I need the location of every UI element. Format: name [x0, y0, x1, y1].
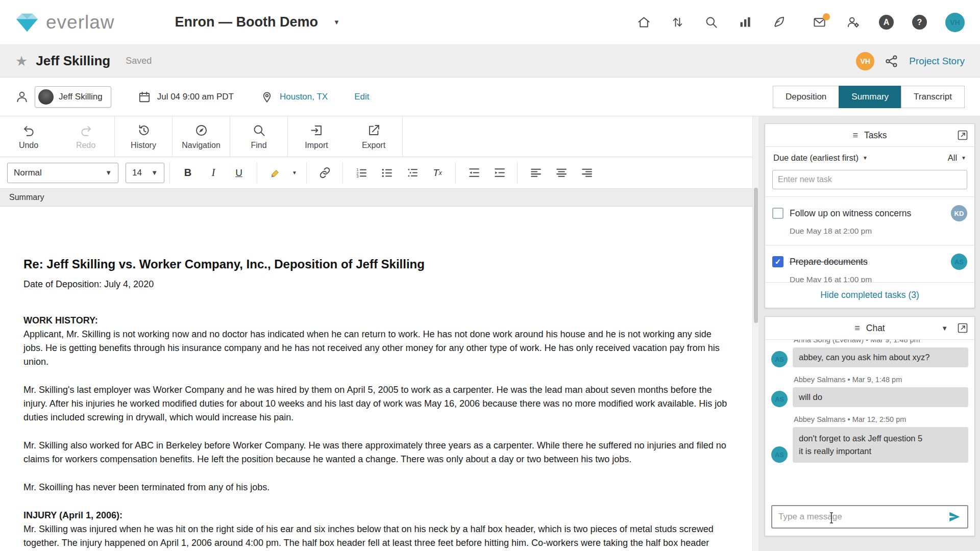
divider — [342, 162, 343, 184]
task-filter-dropdown[interactable]: All ▼ — [948, 153, 966, 163]
deposition-info-bar: Jeff Skilling Jul 04 9:00 am PDT Houston… — [0, 78, 980, 116]
drag-handle-icon[interactable]: ≡ — [854, 323, 860, 334]
multilevel-list-button[interactable] — [399, 161, 425, 185]
indent-button[interactable] — [486, 161, 512, 185]
view-tabs: Deposition Summary Transcript — [773, 86, 965, 108]
find-button[interactable]: Find — [230, 116, 287, 157]
send-icon[interactable] — [948, 510, 961, 523]
vertical-scrollbar[interactable] — [752, 116, 758, 551]
section-heading: WORK HISTORY: — [23, 314, 729, 328]
assignee-avatar: KD — [951, 205, 967, 221]
a-badge-icon[interactable]: A — [879, 15, 894, 30]
underline-button[interactable]: U — [226, 161, 252, 185]
user-avatar[interactable]: VH — [945, 13, 965, 32]
paragraph-style-select[interactable]: Normal ▼ — [7, 163, 118, 183]
new-task-input[interactable] — [772, 170, 967, 189]
task-item[interactable]: Follow up on witness concerns KD Due May… — [765, 197, 974, 245]
document-title: Re: Jeff Skilling vs. Worker Company, In… — [23, 255, 729, 273]
analytics-icon[interactable] — [737, 15, 752, 30]
project-selector[interactable]: Enron — Booth Demo ▼ — [175, 14, 340, 30]
transfer-icon[interactable] — [670, 15, 685, 30]
export-button[interactable]: Export — [345, 116, 402, 157]
chat-message-list[interactable]: Anna Song (Everlaw) • Mar 9, 1:48 pm AS … — [765, 340, 974, 499]
collapse-caret-icon[interactable]: ▼ — [941, 325, 948, 332]
task-due-date: Due May 18 at 2:00 pm — [790, 227, 967, 236]
chat-message: AS don't forget to ask Jeff question 5 i… — [771, 427, 968, 463]
bold-button[interactable]: B — [175, 161, 201, 185]
document-paragraph: Mr. Skoilling has never been terminated … — [23, 481, 729, 494]
italic-button[interactable]: I — [201, 161, 226, 185]
text-cursor — [828, 512, 835, 524]
storybuilder-pen-icon[interactable] — [771, 15, 786, 30]
task-item[interactable]: ✓ Prepare documents AS Due May 16 at 1:0… — [765, 245, 974, 282]
summary-document[interactable]: Re: Jeff Skilling vs. Worker Company, In… — [0, 207, 752, 551]
edit-link[interactable]: Edit — [354, 92, 369, 102]
tab-transcript[interactable]: Transcript — [901, 86, 965, 108]
history-button[interactable]: History — [115, 116, 172, 157]
home-icon[interactable] — [636, 15, 651, 30]
task-due-date: Due May 16 at 1:00 pm — [790, 275, 967, 282]
divider — [169, 162, 170, 184]
undo-button[interactable]: Undo — [0, 116, 57, 157]
expand-icon[interactable] — [955, 128, 970, 143]
scrollbar-thumb[interactable] — [754, 188, 758, 323]
messages-icon[interactable] — [812, 15, 827, 30]
summary-editor: Undo Redo History Navigation Find — [0, 116, 752, 551]
help-icon[interactable]: ? — [912, 15, 927, 30]
task-checkbox[interactable]: ✓ — [772, 256, 783, 267]
chevron-down-icon: ▼ — [105, 169, 112, 176]
panel-title: Chat — [866, 323, 885, 334]
calendar-icon — [138, 90, 151, 104]
chevron-down-icon: ▼ — [333, 19, 340, 26]
sender-avatar: AS — [771, 446, 788, 463]
deposition-title-bar: ★ Jeff Skilling Saved VH Project Story — [0, 45, 980, 78]
align-left-button[interactable] — [523, 161, 548, 185]
align-right-button[interactable] — [574, 161, 599, 185]
expand-icon[interactable] — [955, 320, 970, 336]
align-center-button[interactable] — [548, 161, 574, 185]
chat-input[interactable] — [771, 505, 968, 529]
deposition-datetime: Jul 04 9:00 am PDT — [157, 92, 234, 102]
task-list: Follow up on witness concerns KD Due May… — [765, 196, 974, 282]
tasks-panel-header[interactable]: ≡ Tasks — [765, 124, 974, 147]
editor-tab-summary[interactable]: Summary — [0, 189, 752, 207]
highlight-button[interactable] — [262, 161, 288, 185]
import-button[interactable]: Import — [288, 116, 345, 157]
everlaw-logo[interactable]: everlaw — [15, 12, 115, 33]
sender-avatar: AS — [771, 351, 788, 367]
editor-nav-toolbar: Undo Redo History Navigation Find — [0, 116, 752, 157]
tab-summary[interactable]: Summary — [839, 86, 901, 108]
user-admin-icon[interactable] — [845, 15, 861, 30]
chat-message-field[interactable] — [778, 512, 944, 522]
project-story-link[interactable]: Project Story — [909, 56, 965, 67]
navigation-button[interactable]: Navigation — [173, 116, 230, 157]
link-button[interactable] — [312, 161, 337, 185]
highlight-caret-button[interactable]: ▼ — [288, 161, 301, 185]
owner-avatar[interactable]: VH — [856, 52, 874, 70]
redo-button[interactable]: Redo — [57, 116, 114, 157]
search-icon[interactable] — [703, 15, 719, 30]
chat-panel-header[interactable]: ≡ Chat ▼ — [765, 317, 974, 340]
location-link[interactable]: Houston, TX — [280, 92, 328, 102]
redo-icon — [79, 123, 93, 137]
hide-completed-link[interactable]: Hide completed tasks (3) — [765, 282, 974, 308]
share-icon[interactable] — [885, 54, 899, 68]
tab-deposition[interactable]: Deposition — [773, 86, 839, 108]
numbered-list-button[interactable]: 123 — [348, 161, 374, 185]
divider — [257, 162, 257, 184]
import-icon — [310, 123, 324, 137]
outdent-button[interactable] — [461, 161, 486, 185]
divider — [306, 162, 307, 184]
document-paragraph: Mr. Skilling was injured when he was hit… — [23, 522, 729, 551]
clear-formatting-button[interactable]: Tx — [425, 161, 450, 185]
favorite-star-icon[interactable]: ★ — [15, 53, 28, 69]
location-pin-icon — [260, 90, 274, 104]
top-navigation-bar: everlaw Enron — Booth Demo ▼ A ? VH — [0, 0, 980, 45]
witness-chip[interactable]: Jeff Skilling — [35, 86, 111, 108]
task-sort-dropdown[interactable]: Due date (earliest first) ▼ — [773, 153, 868, 163]
drag-handle-icon[interactable]: ≡ — [852, 130, 858, 141]
font-size-select[interactable]: 14 ▼ — [126, 163, 164, 183]
task-checkbox[interactable] — [772, 208, 783, 219]
witness-name: Jeff Skilling — [59, 92, 103, 102]
bullet-list-button[interactable] — [374, 161, 399, 185]
